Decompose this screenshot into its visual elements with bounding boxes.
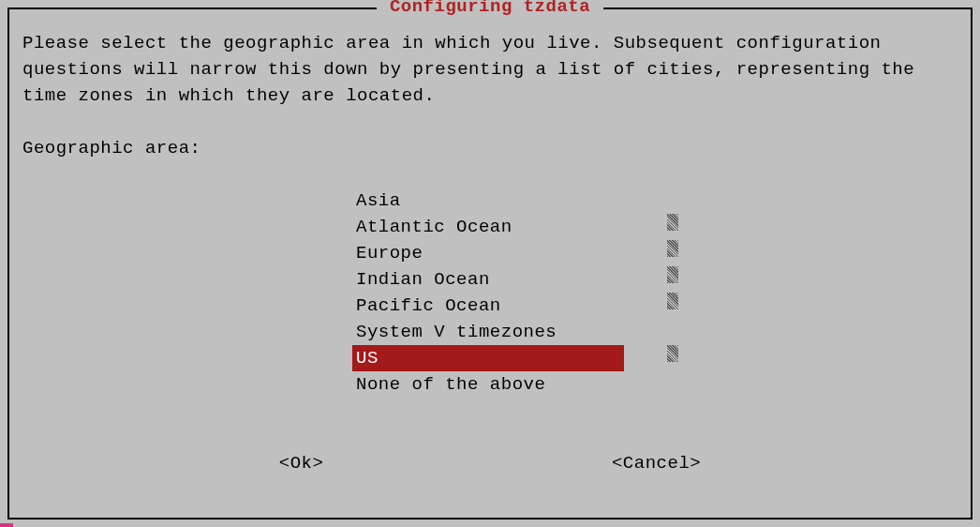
list-item[interactable]: None of the above — [352, 371, 624, 398]
scrollbar[interactable] — [667, 214, 680, 371]
geographic-area-list[interactable]: Asia Atlantic Ocean Europe Indian Ocean … — [352, 188, 680, 398]
list-item[interactable]: System V timezones — [352, 319, 624, 345]
dialog-prompt: Geographic area: — [22, 135, 958, 161]
scroll-notch — [667, 240, 678, 257]
dialog-description: Please select the geographic area in whi… — [22, 30, 958, 109]
list-item[interactable]: Indian Ocean — [352, 266, 624, 293]
list-item-selected[interactable]: US — [352, 345, 624, 371]
scroll-notch — [667, 214, 678, 231]
cursor-bar — [0, 523, 13, 527]
list-item[interactable]: Pacific Ocean — [352, 293, 624, 319]
list-item[interactable]: Atlantic Ocean — [352, 214, 624, 240]
ok-button[interactable]: <Ok> — [272, 450, 332, 476]
scroll-notch — [667, 345, 678, 362]
list-item[interactable]: Europe — [352, 240, 624, 266]
cancel-button[interactable]: <Cancel> — [604, 450, 708, 476]
config-dialog: Configuring tzdata Please select the geo… — [7, 8, 973, 519]
button-row: <Ok> <Cancel> — [22, 450, 958, 476]
list-item[interactable]: Asia — [352, 188, 624, 214]
scroll-notch — [667, 293, 678, 309]
dialog-title: Configuring tzdata — [377, 0, 603, 17]
scroll-notch — [667, 266, 678, 283]
